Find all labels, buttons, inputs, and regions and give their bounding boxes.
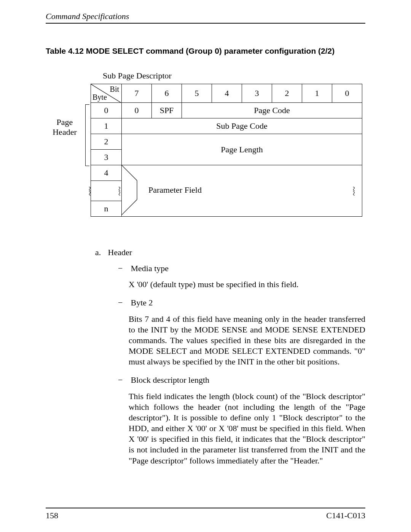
bit-0: 0 bbox=[332, 84, 362, 103]
byte-0: 0 bbox=[91, 103, 122, 118]
row-4: 4 Parameter Field bbox=[91, 165, 362, 181]
bit-4: 4 bbox=[212, 84, 242, 103]
struct-table: Bit Byte 7 6 5 4 3 2 1 0 0 0 SPF Page C bbox=[91, 84, 362, 217]
cell-page-length: Page Length bbox=[122, 134, 362, 165]
doc-id: C141-C013 bbox=[326, 511, 365, 521]
bit-byte-corner: Bit Byte bbox=[91, 84, 122, 103]
cell-0-7: 0 bbox=[122, 103, 152, 118]
sub-item-media-type: − Media type bbox=[118, 263, 365, 274]
page: Command Specifications Table 4.12 MODE S… bbox=[0, 0, 411, 532]
row-0: 0 0 SPF Page Code bbox=[91, 103, 362, 118]
diagram: Page Header ~~ ~~ ~~ Bit Byte bbox=[46, 84, 365, 217]
cell-page-code: Page Code bbox=[182, 103, 362, 118]
para-media-type: X '00' (default type) must be specified … bbox=[129, 279, 365, 290]
list-a: a. Header bbox=[95, 247, 365, 258]
cell-parameter-field: Parameter Field bbox=[122, 165, 362, 217]
page-header-label: Page Header bbox=[46, 117, 84, 137]
byte-n: n bbox=[91, 201, 122, 217]
row-1: 1 Sub Page Code bbox=[91, 118, 362, 134]
running-head: Command Specifications bbox=[46, 11, 365, 24]
svg-line-1 bbox=[122, 165, 137, 181]
byte-4: 4 bbox=[91, 165, 122, 181]
cell-spf: SPF bbox=[152, 103, 182, 118]
cell-sub-page-code: Sub Page Code bbox=[122, 118, 362, 134]
row-2: 2 Page Length bbox=[91, 134, 362, 150]
table-caption: Table 4.12 MODE SELECT command (Group 0)… bbox=[46, 46, 365, 56]
svg-line-2 bbox=[122, 200, 137, 215]
bit-3: 3 bbox=[242, 84, 272, 103]
page-number: 158 bbox=[46, 511, 58, 521]
body-text: a. Header − Media type X '00' (default t… bbox=[95, 247, 365, 474]
bit-1: 1 bbox=[302, 84, 332, 103]
para-block-desc-len: This field indicates the length (block c… bbox=[129, 391, 365, 466]
bit-header-row: Bit Byte 7 6 5 4 3 2 1 0 bbox=[91, 84, 362, 103]
bit-2: 2 bbox=[272, 84, 302, 103]
bit-5: 5 bbox=[182, 84, 212, 103]
sub-item-byte2: − Byte 2 bbox=[118, 297, 365, 308]
footer: 158 C141-C013 bbox=[46, 508, 365, 521]
sub-item-block-desc-len: − Block descriptor length bbox=[118, 375, 365, 385]
byte-2: 2 bbox=[91, 134, 122, 150]
subpage-descriptor-label: Sub Page Descriptor bbox=[103, 71, 365, 81]
byte-3: 3 bbox=[91, 150, 122, 165]
para-byte2: Bits 7 and 4 of this field have meaning … bbox=[129, 314, 365, 367]
byte-1: 1 bbox=[91, 118, 122, 134]
bit-7: 7 bbox=[122, 84, 152, 103]
bit-6: 6 bbox=[152, 84, 182, 103]
